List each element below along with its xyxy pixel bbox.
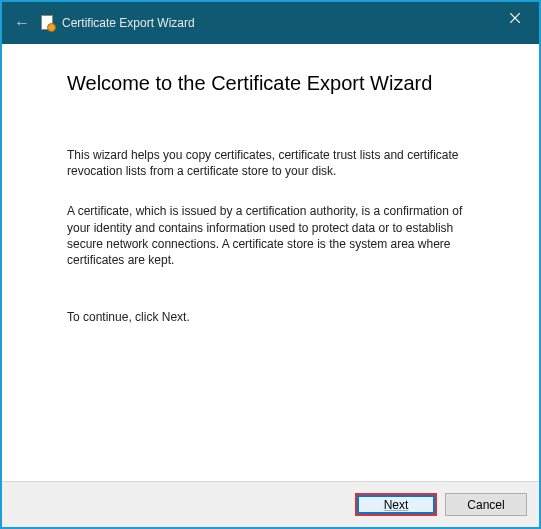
footer: Next Cancel (2, 481, 539, 527)
close-icon (510, 13, 520, 23)
certificate-wizard-icon (40, 14, 56, 32)
page-heading: Welcome to the Certificate Export Wizard (67, 72, 484, 95)
cancel-button[interactable]: Cancel (445, 493, 527, 516)
intro-paragraph-1: This wizard helps you copy certificates,… (67, 147, 484, 179)
close-button[interactable] (495, 4, 535, 32)
back-arrow-icon: ← (14, 14, 30, 32)
window-title: Certificate Export Wizard (62, 16, 195, 30)
wizard-window: ← Certificate Export Wizard Welcome to t… (0, 0, 541, 529)
titlebar: ← Certificate Export Wizard (2, 2, 539, 44)
content-area: Welcome to the Certificate Export Wizard… (2, 44, 539, 481)
next-button[interactable]: Next (355, 493, 437, 516)
cancel-button-label: Cancel (467, 498, 504, 512)
continue-instruction: To continue, click Next. (67, 310, 484, 324)
next-button-label: Next (384, 498, 409, 512)
intro-paragraph-2: A certificate, which is issued by a cert… (67, 203, 484, 268)
